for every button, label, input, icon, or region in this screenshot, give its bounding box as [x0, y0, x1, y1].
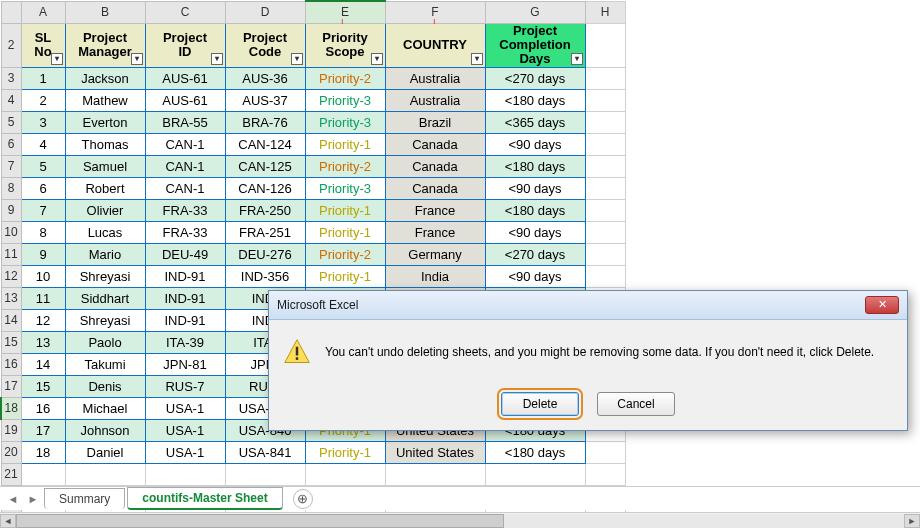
col-header[interactable]: B — [65, 1, 145, 23]
cell-sl[interactable]: 8 — [21, 221, 65, 243]
table-row[interactable]: 2018DanielUSA-1USA-841Priority-1United S… — [1, 441, 625, 463]
cell-priority[interactable]: Priority-2 — [305, 67, 385, 89]
cell-id[interactable]: FRA-33 — [145, 221, 225, 243]
cell-days[interactable]: <90 days — [485, 265, 585, 287]
row-header[interactable]: 17 — [1, 375, 21, 397]
cell-pm[interactable]: Johnson — [65, 419, 145, 441]
cell-sl[interactable]: 9 — [21, 243, 65, 265]
cell-pm[interactable]: Everton — [65, 111, 145, 133]
col-header[interactable]: D — [225, 1, 305, 23]
header-ps[interactable]: Priority Scope▾ — [305, 23, 385, 67]
empty-cell[interactable] — [585, 243, 625, 265]
tab-nav-prev[interactable]: ► — [24, 490, 42, 508]
row-header[interactable]: 11 — [1, 243, 21, 265]
row-header[interactable]: 16 — [1, 353, 21, 375]
cell-pm[interactable]: Denis — [65, 375, 145, 397]
row-header[interactable]: 19 — [1, 419, 21, 441]
table-row[interactable]: 119MarioDEU-49DEU-276Priority-2Germany<2… — [1, 243, 625, 265]
filter-icon[interactable]: ▾ — [291, 53, 303, 65]
cell-country[interactable]: Canada — [385, 155, 485, 177]
col-header[interactable]: C — [145, 1, 225, 23]
cell-country[interactable]: France — [385, 199, 485, 221]
cell-id[interactable]: USA-1 — [145, 441, 225, 463]
cell-priority[interactable]: Priority-1 — [305, 441, 385, 463]
col-header[interactable]: H — [585, 1, 625, 23]
row-header[interactable]: 7 — [1, 155, 21, 177]
cell-id[interactable]: USA-1 — [145, 397, 225, 419]
delete-button[interactable]: Delete — [501, 392, 579, 416]
cell-priority[interactable]: Priority-3 — [305, 111, 385, 133]
cell-pm[interactable]: Daniel — [65, 441, 145, 463]
cell-pc[interactable]: USA-841 — [225, 441, 305, 463]
empty-cell[interactable] — [21, 463, 65, 485]
table-row[interactable]: 75SamuelCAN-1CAN-125Priority-2Canada<180… — [1, 155, 625, 177]
cell-sl[interactable]: 4 — [21, 133, 65, 155]
empty-cell[interactable] — [145, 463, 225, 485]
cell-id[interactable]: BRA-55 — [145, 111, 225, 133]
cell-id[interactable]: FRA-33 — [145, 199, 225, 221]
scroll-thumb[interactable] — [16, 514, 504, 528]
cell-pm[interactable]: Shreyasi — [65, 309, 145, 331]
cell-sl[interactable]: 12 — [21, 309, 65, 331]
cell-pc[interactable]: DEU-276 — [225, 243, 305, 265]
row-header[interactable]: 8 — [1, 177, 21, 199]
row-header[interactable]: 4 — [1, 89, 21, 111]
cell-days[interactable]: <90 days — [485, 177, 585, 199]
filter-icon[interactable]: ▾ — [131, 53, 143, 65]
cell-id[interactable]: AUS-61 — [145, 67, 225, 89]
add-sheet-button[interactable]: ⊕ — [293, 489, 313, 509]
empty-cell[interactable] — [65, 463, 145, 485]
cell-country[interactable]: Germany — [385, 243, 485, 265]
header-id[interactable]: Project ID▾ — [145, 23, 225, 67]
horizontal-scrollbar[interactable]: ◄ ► — [0, 512, 920, 528]
cell-priority[interactable]: Priority-1 — [305, 265, 385, 287]
cell-id[interactable]: IND-91 — [145, 265, 225, 287]
cell-id[interactable]: CAN-1 — [145, 155, 225, 177]
dialog-close-button[interactable]: ✕ — [865, 296, 899, 314]
header-cd[interactable]: Project Completion Days▾ — [485, 23, 585, 67]
empty-cell[interactable] — [585, 155, 625, 177]
scroll-track[interactable] — [16, 514, 904, 528]
scroll-left-button[interactable]: ◄ — [0, 514, 16, 528]
cell-pm[interactable]: Jackson — [65, 67, 145, 89]
cell-pc[interactable]: CAN-126 — [225, 177, 305, 199]
empty-cell[interactable] — [385, 463, 485, 485]
cell-sl[interactable]: 16 — [21, 397, 65, 419]
cell-pm[interactable]: Shreyasi — [65, 265, 145, 287]
empty-cell[interactable] — [485, 463, 585, 485]
row-header[interactable]: 18 — [1, 397, 21, 419]
scroll-right-button[interactable]: ► — [904, 514, 920, 528]
filter-icon[interactable]: ▾ — [471, 53, 483, 65]
empty-cell[interactable] — [585, 441, 625, 463]
sheet-tab-active[interactable]: countifs-Master Sheet — [127, 487, 282, 510]
table-row[interactable]: 1210ShreyasiIND-91IND-356Priority-1India… — [1, 265, 625, 287]
cell-id[interactable]: ITA-39 — [145, 331, 225, 353]
cell-days[interactable]: <90 days — [485, 133, 585, 155]
cell-priority[interactable]: Priority-2 — [305, 243, 385, 265]
cell-days[interactable]: <270 days — [485, 243, 585, 265]
cell-pm[interactable]: Mathew — [65, 89, 145, 111]
cell-pm[interactable]: Takumi — [65, 353, 145, 375]
header-ct[interactable]: COUNTRY▾ — [385, 23, 485, 67]
header-pc[interactable]: Project Code▾ — [225, 23, 305, 67]
row-header[interactable]: 15 — [1, 331, 21, 353]
cell-priority[interactable]: Priority-1 — [305, 199, 385, 221]
row-header[interactable]: 3 — [1, 67, 21, 89]
filter-icon[interactable]: ▾ — [371, 53, 383, 65]
cell-pc[interactable]: FRA-251 — [225, 221, 305, 243]
filter-icon[interactable]: ▾ — [571, 53, 583, 65]
cell-sl[interactable]: 3 — [21, 111, 65, 133]
cell-id[interactable]: AUS-61 — [145, 89, 225, 111]
table-row[interactable]: 64ThomasCAN-1CAN-124Priority-1Canada<90 … — [1, 133, 625, 155]
row-header[interactable]: 9 — [1, 199, 21, 221]
table-row[interactable]: 86RobertCAN-1CAN-126Priority-3Canada<90 … — [1, 177, 625, 199]
col-header[interactable]: G — [485, 1, 585, 23]
table-row[interactable]: 53EvertonBRA-55BRA-76Priority-3Brazil<36… — [1, 111, 625, 133]
cell-sl[interactable]: 18 — [21, 441, 65, 463]
cell-priority[interactable]: Priority-1 — [305, 221, 385, 243]
cell-sl[interactable]: 17 — [21, 419, 65, 441]
spreadsheet-grid[interactable]: A B C D E F G H 2 SL No▾ Project Manager… — [0, 0, 626, 528]
sheet-tab-summary[interactable]: Summary — [44, 488, 125, 509]
cell-days[interactable]: <180 days — [485, 155, 585, 177]
cell-sl[interactable]: 10 — [21, 265, 65, 287]
